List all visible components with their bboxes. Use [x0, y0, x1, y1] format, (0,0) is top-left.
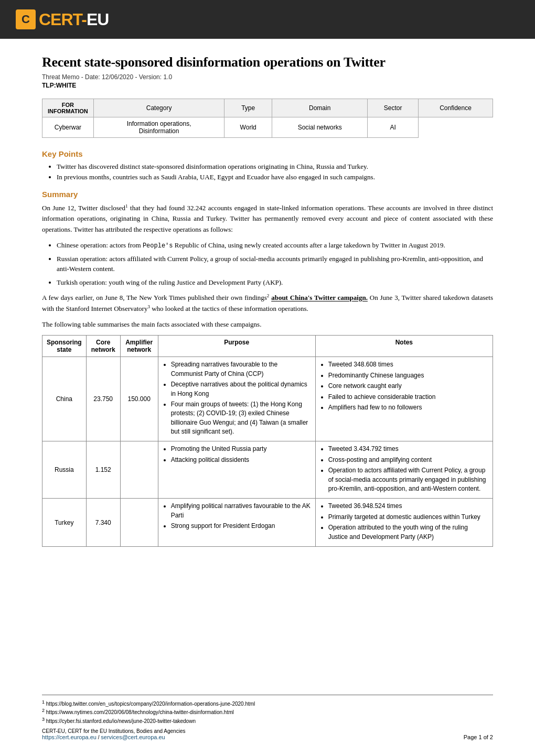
td-turkey-state: Turkey — [42, 499, 87, 547]
th-purpose: Purpose — [158, 336, 315, 357]
logo-bar: CERT-EU — [0, 0, 535, 39]
td-russia-amplifier — [120, 441, 158, 499]
td-turkey-purpose: Amplifying political narratives favourab… — [158, 499, 315, 547]
footnotes: 1 https://blog.twitter.com/en_us/topics/… — [42, 699, 493, 724]
cert-website-link[interactable]: https://cert.europa.eu — [42, 734, 97, 740]
summary-bullet-1: Chinese operation: actors from People's … — [57, 240, 493, 251]
document-tlp: TLP:WHITE — [42, 82, 493, 89]
key-points-heading: Key Points — [42, 149, 493, 158]
table-row-china: China 23.750 150.000 Spreading narrative… — [42, 357, 493, 441]
td-turkey-core: 7.340 — [86, 499, 120, 547]
summary-bullet-3: Turkish operation: youth wing of the rul… — [57, 277, 493, 288]
summary-para2: A few days earlier, on June 8, The New Y… — [42, 293, 493, 314]
th-sponsoring-state: Sponsoringstate — [42, 336, 87, 357]
td-china-purpose: Spreading narratives favourable to the C… — [158, 357, 315, 441]
td-china-amplifier: 150.000 — [120, 357, 158, 441]
val-sector: Social networks — [272, 117, 367, 138]
document-meta: Threat Memo - Date: 12/06/2020 - Version… — [42, 73, 493, 81]
col-type: Type — [224, 99, 272, 117]
summary-para1: On June 12, Twitter disclosed1 that they… — [42, 203, 493, 235]
logo-text: CERT-EU — [39, 10, 109, 29]
td-china-state: China — [42, 357, 87, 441]
td-china-notes: Tweeted 348.608 times Predominantly Chin… — [315, 357, 493, 441]
table-row-russia: Russia 1.152 Promoting the United Russia… — [42, 441, 493, 499]
main-data-table: Sponsoringstate Corenetwork Amplifiernet… — [42, 335, 493, 547]
td-russia-state: Russia — [42, 441, 87, 499]
page-number: Page 1 of 2 — [464, 734, 493, 740]
key-points-list: Twitter has discovered distinct state-sp… — [57, 163, 493, 181]
document-title: Recent state-sponsored disinformation op… — [42, 55, 493, 70]
th-core-network: Corenetwork — [86, 336, 120, 357]
val-category: Cyberwar — [42, 117, 94, 138]
val-confidence: AI — [368, 117, 419, 138]
footnote-3: 3 https://cyber.fsi.stanford.edu/io/news… — [42, 717, 493, 724]
summary-bullet-2: Russian operation: actors affiliated wit… — [57, 254, 493, 274]
summary-section: Summary On June 12, Twitter disclosed1 t… — [42, 190, 493, 330]
footer-bottom: CERT-EU, CERT for the EU Institutions, B… — [42, 728, 493, 740]
for-info-label: FORINFORMATION — [42, 99, 94, 117]
col-sector: Sector — [368, 99, 419, 117]
cert-icon — [16, 9, 36, 29]
col-confidence: Confidence — [419, 99, 493, 117]
td-russia-core: 1.152 — [86, 441, 120, 499]
key-point-1: Twitter has discovered distinct state-sp… — [57, 163, 493, 171]
key-points-section: Key Points Twitter has discovered distin… — [42, 149, 493, 181]
summary-bullets-list: Chinese operation: actors from People's … — [57, 240, 493, 288]
table-row-turkey: Turkey 7.340 Amplifying political narrat… — [42, 499, 493, 547]
th-amplifier-network: Amplifiernetwork — [120, 336, 158, 357]
page-container: CERT-EU Recent state-sponsored disinform… — [0, 0, 535, 756]
col-category: Category — [93, 99, 224, 117]
col-domain: Domain — [272, 99, 367, 117]
china-twitter-ref: about China's Twitter campaign. — [271, 294, 368, 302]
page-footer: 1 https://blog.twitter.com/en_us/topics/… — [42, 695, 493, 740]
footer-links[interactable]: https://cert.europa.eu / services@cert.e… — [42, 734, 185, 740]
footer-left: CERT-EU, CERT for the EU Institutions, B… — [42, 728, 185, 740]
val-type: Information operations,Disinformation — [93, 117, 224, 138]
key-point-2: In previous months, countries such as Sa… — [57, 173, 493, 181]
td-russia-notes: Tweeted 3.434.792 times Cross-posting an… — [315, 441, 493, 499]
footnote-1: 1 https://blog.twitter.com/en_us/topics/… — [42, 699, 493, 707]
td-russia-purpose: Promoting the United Russia party Attack… — [158, 441, 315, 499]
info-table: FORINFORMATION Category Type Domain Sect… — [42, 99, 493, 138]
val-domain: World — [224, 117, 272, 138]
org-name: CERT-EU, CERT for the EU Institutions, B… — [42, 728, 185, 734]
cert-email-link[interactable]: services@cert.europa.eu — [101, 734, 165, 740]
summary-table-intro: The following table summarises the main … — [42, 319, 493, 330]
td-turkey-amplifier — [120, 499, 158, 547]
summary-heading: Summary — [42, 190, 493, 199]
td-china-core: 23.750 — [86, 357, 120, 441]
footnote-2: 2 https://www.nytimes.com/2020/06/08/tec… — [42, 708, 493, 715]
th-notes: Notes — [315, 336, 493, 357]
mono-peoples: People's — [143, 242, 173, 250]
td-turkey-notes: Tweeted 36.948.524 times Primarily targe… — [315, 499, 493, 547]
